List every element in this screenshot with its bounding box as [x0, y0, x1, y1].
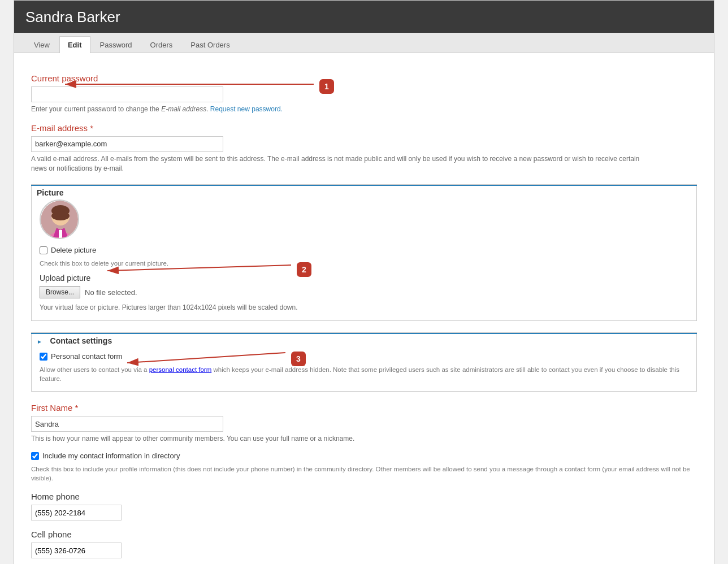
directory-help: Check this box to include your profile i… [31, 465, 697, 483]
first-name-required-star: * [75, 403, 79, 413]
tab-orders[interactable]: Orders [142, 36, 181, 53]
current-password-label: Current password [31, 73, 697, 83]
page-wrapper: Sandra Barker View Edit Password Orders … [14, 0, 714, 564]
content-area: 1 2 3 Current password Enter your curren… [14, 53, 714, 564]
delete-picture-help: Check this box to delete your current pi… [40, 259, 688, 268]
upload-help-text: Your virtual face or picture. Pictures l… [40, 303, 661, 313]
personal-contact-help: Allow other users to contact you via a p… [40, 365, 688, 383]
tab-password[interactable]: Password [92, 36, 141, 53]
page-header: Sandra Barker [14, 1, 714, 33]
avatar [40, 199, 79, 239]
annotation-badge-3: 3 [291, 352, 306, 366]
tab-view[interactable]: View [25, 36, 58, 53]
email-label: E-mail address * [31, 123, 697, 133]
personal-contact-checkbox[interactable] [40, 353, 47, 361]
first-name-help: This is how your name will appear to oth… [31, 434, 653, 444]
directory-checkbox[interactable] [31, 452, 39, 460]
tabs-bar: View Edit Password Orders Past Orders [14, 33, 714, 53]
contact-section-title: Contact settings [45, 334, 116, 345]
contact-section-triangle: ► [31, 336, 42, 345]
first-name-label: First Name * [31, 403, 697, 413]
annotation-badge-2: 2 [297, 262, 311, 277]
personal-contact-form-link[interactable]: personal contact form [149, 366, 212, 373]
first-name-group: First Name * This is how your name will … [31, 403, 697, 444]
svg-point-8 [51, 211, 70, 220]
home-phone-group: Home phone [31, 492, 697, 520]
contact-section-content: Personal contact form Allow other users … [32, 345, 696, 391]
annotation-badge-1: 1 [319, 79, 334, 94]
delete-picture-label[interactable]: Delete picture [51, 246, 96, 254]
upload-picture-label: Upload picture [40, 274, 688, 283]
delete-picture-checkbox[interactable] [40, 246, 47, 254]
home-phone-label: Home phone [31, 492, 697, 501]
personal-contact-label[interactable]: Personal contact form [51, 352, 122, 361]
email-input[interactable] [31, 136, 223, 152]
current-password-group: Current password Enter your current pass… [31, 73, 697, 114]
picture-section-title: Picture [31, 186, 67, 197]
directory-checkbox-label[interactable]: Include my contact information in direct… [42, 452, 180, 460]
contact-section-header: ► Contact settings [31, 333, 697, 345]
picture-section-content: Delete picture Check this box to delete … [32, 197, 696, 320]
directory-checkbox-row: Include my contact information in direct… [31, 452, 697, 460]
svg-rect-11 [59, 230, 62, 238]
current-password-input[interactable] [31, 86, 223, 102]
home-phone-input[interactable] [31, 505, 122, 520]
cell-phone-label: Cell phone [31, 530, 697, 539]
email-help: A valid e-mail address. All e-mails from… [31, 154, 653, 173]
first-name-input[interactable] [31, 416, 223, 432]
picture-section: Picture [31, 184, 697, 321]
delete-picture-row: Delete picture [40, 246, 688, 254]
current-password-help: Enter your current password to change th… [31, 105, 653, 114]
page-title: Sandra Barker [25, 8, 703, 26]
cell-phone-input[interactable] [31, 543, 122, 558]
browse-button[interactable]: Browse... [40, 286, 80, 298]
picture-section-header: Picture [31, 185, 697, 197]
tab-past-orders[interactable]: Past Orders [182, 36, 238, 53]
tab-edit[interactable]: Edit [59, 36, 90, 53]
avatar-svg [41, 201, 79, 239]
email-required-star: * [90, 123, 93, 133]
cell-phone-group: Cell phone [31, 530, 697, 558]
browse-row: Browse... No file selected. [40, 286, 688, 298]
directory-group: Include my contact information in direct… [31, 452, 697, 483]
contact-section: ► Contact settings Personal contact form… [31, 332, 697, 392]
personal-contact-row: Personal contact form [40, 352, 688, 361]
no-file-text: No file selected. [85, 288, 137, 297]
email-group: E-mail address * A valid e-mail address.… [31, 123, 697, 173]
request-new-password-link[interactable]: Request new password. [210, 105, 283, 113]
